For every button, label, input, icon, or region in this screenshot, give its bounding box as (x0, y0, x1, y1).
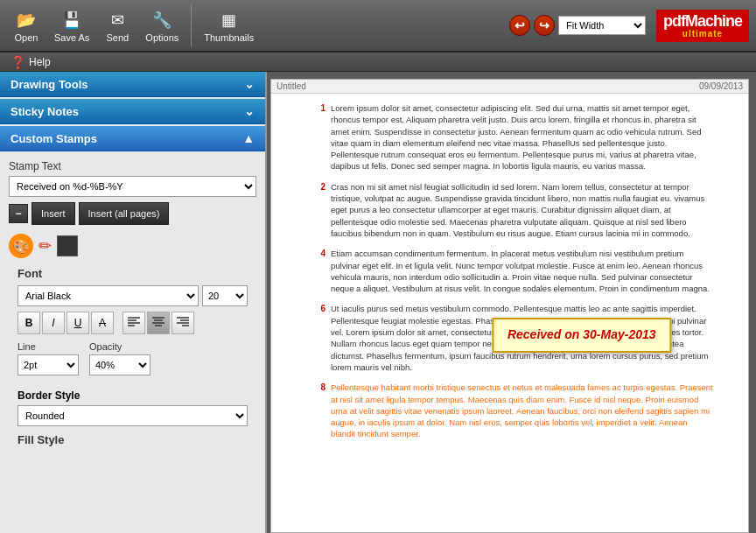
align-center-button[interactable] (147, 312, 170, 334)
doc-content: 1 Lorem ipsum dolor sit amet, consectetu… (271, 94, 748, 458)
help-icon: ❓ (10, 55, 25, 69)
line-group: Line 2pt (18, 341, 79, 375)
doc-title: Untitled (276, 81, 306, 91)
pen-icon[interactable]: ✏ (38, 236, 52, 256)
para-num-2: 2 (315, 181, 326, 239)
sticky-notes-chevron: ⌄ (244, 104, 255, 118)
thumbnails-button[interactable]: ▦ Thumbnails (199, 4, 259, 46)
menubar: ❓ Help (0, 53, 756, 72)
paragraph-4: 4 Etiam accumsan condimentum fermentum. … (315, 248, 713, 294)
color-picker-icon[interactable]: 🎨 (9, 234, 33, 258)
drawing-tools-label: Drawing Tools (10, 78, 88, 91)
opacity-group: Opacity 40% (89, 341, 150, 375)
insert-all-button[interactable]: Insert (all pages) (79, 202, 170, 225)
saveas-label: Save As (54, 32, 89, 43)
stamp-overlay: Received on 30-May-2013 (492, 318, 672, 353)
open-button[interactable]: 📂 Open (7, 4, 46, 46)
open-label: Open (15, 32, 38, 43)
options-label: Options (145, 32, 178, 43)
zoom-back-button[interactable]: ↩ (509, 15, 530, 36)
thumbnails-label: Thumbnails (204, 32, 254, 43)
font-select[interactable]: Arial Black (18, 285, 199, 306)
main-content: Drawing Tools ⌄ Sticky Notes ⌄ Custom St… (0, 72, 756, 533)
stamp-text-section-label: Stamp Text (9, 160, 256, 172)
options-icon: 🔧 (150, 8, 174, 32)
custom-stamps-label: Custom Stamps (10, 132, 97, 145)
toolbar: 📂 Open 💾 Save As ✉ Send 🔧 Options ▦ Thum… (0, 0, 756, 53)
align-left-icon (128, 316, 140, 330)
format-row: B I U A (18, 312, 248, 334)
doc-header: Untitled 09/09/2013 (271, 80, 748, 94)
para-text-4: Etiam accumsan condimentum fermentum. In… (331, 248, 713, 294)
minus-button[interactable]: − (9, 204, 28, 223)
sticky-notes-header[interactable]: Sticky Notes ⌄ (0, 99, 265, 124)
saveas-icon: 💾 (60, 8, 84, 32)
open-icon: 📂 (14, 8, 38, 32)
font-size-select[interactable]: 20 (202, 285, 248, 306)
border-style-select[interactable]: Rounded (18, 405, 248, 426)
zoom-select[interactable]: Fit Width (558, 16, 646, 35)
bold-button[interactable]: B (18, 312, 40, 334)
document-container[interactable]: Untitled 09/09/2013 1 Lorem ipsum dolor … (270, 79, 749, 533)
custom-stamps-chevron: ▲ (242, 131, 255, 145)
sticky-notes-label: Sticky Notes (10, 105, 79, 118)
para-text-8: Pellentesque habitant morbi tristique se… (331, 382, 713, 439)
pdf-logo: pdfMachine ultimate (656, 10, 749, 42)
para-num-8: 8 (315, 382, 326, 439)
align-right-button[interactable] (172, 312, 194, 334)
stamp-text-select[interactable]: Received on %d-%B-%Y (9, 176, 256, 197)
stamp-icon-row: 🎨 ✏ (9, 232, 256, 260)
strikethrough-button[interactable]: A (91, 312, 114, 334)
font-row: Arial Black 20 (18, 285, 248, 306)
para-num-1: 1 (315, 102, 326, 172)
paragraph-2: 2 Cras non mi sit amet nisl feugiat soll… (315, 181, 713, 239)
opacity-label: Opacity (89, 341, 150, 352)
paragraph-1: 1 Lorem ipsum dolor sit amet, consectetu… (315, 102, 713, 172)
font-section: Font Arial Black 20 B I U A (9, 267, 256, 389)
right-panel: Untitled 09/09/2013 1 Lorem ipsum dolor … (267, 72, 756, 533)
send-icon: ✉ (105, 8, 130, 32)
drawing-tools-header[interactable]: Drawing Tools ⌄ (0, 72, 265, 97)
stamps-section: Stamp Text Received on %d-%B-%Y − Insert… (0, 153, 265, 460)
line-opacity-row: Line 2pt Opacity 40% (18, 341, 248, 375)
para-text-2: Cras non mi sit amet nisl feugiat sollic… (331, 181, 713, 239)
italic-button[interactable]: I (42, 312, 65, 334)
font-section-label: Font (18, 267, 248, 280)
zoom-forward-button[interactable]: ↪ (534, 15, 555, 36)
drawing-tools-chevron: ⌄ (244, 77, 255, 91)
saveas-button[interactable]: 💾 Save As (49, 4, 94, 46)
border-style-section: Border Style Rounded Fill Style (9, 389, 256, 453)
color-box[interactable] (57, 235, 78, 256)
help-label: Help (29, 56, 51, 68)
left-panel: Drawing Tools ⌄ Sticky Notes ⌄ Custom St… (0, 72, 267, 533)
stamp-text-row: Received on %d-%B-%Y (9, 176, 256, 197)
pdf-brand-text: pdfMachine (663, 13, 742, 29)
insert-button[interactable]: Insert (32, 202, 75, 225)
thumbnails-icon: ▦ (217, 8, 242, 32)
align-right-icon (177, 316, 189, 330)
send-button[interactable]: ✉ Send (98, 4, 136, 46)
opacity-select[interactable]: 40% (89, 354, 150, 375)
options-button[interactable]: 🔧 Options (140, 4, 184, 46)
custom-stamps-header[interactable]: Custom Stamps ▲ (0, 126, 265, 151)
help-menu-btn[interactable]: ❓ Help (4, 53, 58, 71)
stamp-btn-row: − Insert Insert (all pages) (9, 202, 256, 225)
para-num-6: 6 (315, 303, 326, 373)
toolbar-separator-1 (191, 4, 192, 46)
underline-button[interactable]: U (66, 312, 89, 334)
align-center-icon (152, 316, 164, 330)
pdf-sub-text: ultimate (682, 29, 723, 39)
align-left-button[interactable] (122, 312, 145, 334)
para-num-4: 4 (315, 248, 326, 294)
para-text-1: Lorem ipsum dolor sit amet, consectetur … (331, 102, 713, 172)
doc-date: 09/09/2013 (699, 81, 743, 91)
zoom-area: ↩ ↪ Fit Width (509, 15, 646, 36)
line-label: Line (18, 341, 79, 352)
stamp-text: Received on 30-May-2013 (508, 327, 656, 341)
paragraph-8: 8 Pellentesque habitant morbi tristique … (315, 382, 713, 439)
border-style-label: Border Style (18, 389, 248, 402)
send-label: Send (107, 32, 130, 43)
line-select[interactable]: 2pt (18, 354, 79, 375)
fill-style-label: Fill Style (18, 433, 248, 446)
